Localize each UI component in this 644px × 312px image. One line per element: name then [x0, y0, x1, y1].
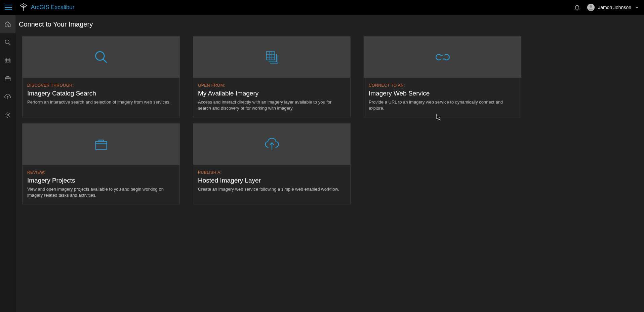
sidebar-item-projects[interactable]: [0, 70, 15, 88]
card-icon-zone: [193, 37, 350, 78]
sidebar-item-settings[interactable]: [0, 106, 15, 124]
card-desc: Access and interact directly with an ima…: [198, 99, 346, 111]
svg-rect-4: [5, 77, 10, 81]
briefcase-icon: [4, 75, 11, 82]
card-icon-zone: [193, 124, 350, 165]
briefcase-icon: [94, 137, 109, 152]
grid-icon: [4, 57, 11, 64]
grid-stack-icon: [265, 50, 279, 65]
card-eyebrow: CONNECT TO AN:: [369, 83, 516, 88]
sidebar-item-upload[interactable]: [0, 88, 15, 106]
cloud-upload-icon: [264, 136, 280, 152]
svg-rect-8: [95, 142, 107, 149]
user-menu-button[interactable]: Jamon Johnson: [587, 4, 639, 11]
card-my-available-imagery[interactable]: OPEN FROM: My Available Imagery Access a…: [193, 36, 351, 117]
sidebar: [0, 15, 15, 312]
card-imagery-projects[interactable]: REVIEW: Imagery Projects View and open i…: [22, 123, 180, 204]
sidebar-item-grid[interactable]: [0, 51, 15, 70]
app-logo-icon: [19, 3, 28, 12]
user-name: Jamon Johnson: [598, 5, 631, 10]
hamburger-menu-button[interactable]: [5, 3, 14, 12]
card-eyebrow: DISCOVER THROUGH:: [27, 83, 175, 88]
app-title: ArcGIS Excalibur: [31, 4, 74, 11]
card-title: Imagery Web Service: [369, 90, 516, 97]
card-eyebrow: OPEN FROM:: [198, 83, 346, 88]
card-desc: Create an imagery web service following …: [198, 186, 346, 192]
card-hosted-imagery-layer[interactable]: PUBLISH A: Hosted Imagery Layer Create a…: [193, 123, 351, 204]
svg-point-6: [95, 52, 104, 61]
search-icon: [94, 50, 109, 65]
app-header: ArcGIS Excalibur Jamon Johnson: [0, 0, 644, 15]
page-title: Connect to Your Imagery: [19, 21, 641, 28]
chevron-down-icon: [635, 5, 639, 10]
svg-rect-3: [5, 58, 9, 63]
card-imagery-catalog-search[interactable]: DISCOVER THROUGH: Imagery Catalog Search…: [22, 36, 180, 117]
svg-rect-7: [266, 52, 275, 60]
card-desc: View and open imagery projects available…: [27, 186, 175, 198]
card-icon-zone: [23, 124, 179, 165]
card-title: Imagery Projects: [27, 177, 175, 184]
search-icon: [4, 39, 11, 46]
cloud-upload-icon: [4, 93, 11, 101]
card-desc: Provide a URL to an imagery web service …: [369, 99, 516, 111]
sidebar-item-search[interactable]: [0, 33, 15, 51]
svg-point-2: [5, 40, 9, 44]
card-title: My Available Imagery: [198, 90, 346, 97]
home-icon: [4, 21, 11, 28]
card-eyebrow: PUBLISH A:: [198, 170, 346, 175]
bell-icon: [574, 4, 580, 11]
gear-icon: [4, 112, 11, 118]
card-imagery-web-service[interactable]: CONNECT TO AN: Imagery Web Service Provi…: [364, 36, 521, 117]
main-content: Connect to Your Imagery DISCOVER THROUGH…: [15, 15, 644, 312]
card-eyebrow: REVIEW:: [27, 170, 175, 175]
avatar: [587, 4, 595, 11]
card-title: Hosted Imagery Layer: [198, 177, 346, 184]
card-title: Imagery Catalog Search: [27, 90, 175, 97]
card-grid: DISCOVER THROUGH: Imagery Catalog Search…: [19, 36, 641, 204]
notifications-button[interactable]: [574, 4, 580, 11]
card-desc: Perform an interactive search and select…: [27, 99, 175, 105]
logo-area[interactable]: ArcGIS Excalibur: [19, 3, 74, 12]
svg-point-5: [7, 114, 8, 116]
sidebar-item-home[interactable]: [0, 15, 15, 33]
svg-point-1: [590, 5, 592, 8]
link-icon: [435, 50, 450, 65]
card-icon-zone: [23, 37, 179, 78]
card-icon-zone: [364, 37, 521, 78]
